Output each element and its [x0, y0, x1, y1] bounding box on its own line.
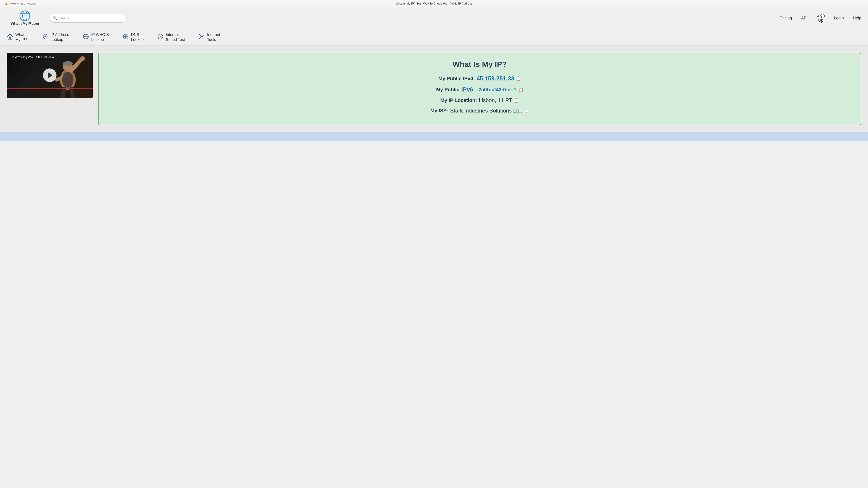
- search-bar: 🔍: [50, 14, 127, 23]
- content-area: Pro Wrestling WWE Star Sid Viciou... Wha…: [0, 46, 868, 132]
- ipv6-value[interactable]: 2a0b:cf43:0:e::1: [478, 87, 517, 93]
- ipv4-label: My Public IPv4:: [438, 76, 475, 82]
- location-pin-icon: [42, 33, 49, 41]
- video-label: Pro Wrestling WWE Star Sid Viciou...: [9, 55, 58, 59]
- ipv4-copy-icon[interactable]: 📋: [516, 76, 521, 81]
- nav-links: Pricing API Sign Up Login Help: [780, 13, 861, 23]
- svg-marker-5: [7, 34, 13, 39]
- ring-rope: [7, 88, 93, 89]
- isp-copy-icon[interactable]: 📋: [524, 108, 529, 113]
- nav-item-what-is-my-ip[interactable]: What IsMy IP?: [7, 32, 29, 42]
- ip-isp-row: My ISP: Stark Industries Solutions Ltd. …: [107, 107, 852, 114]
- play-button[interactable]: [43, 68, 57, 82]
- svg-point-6: [44, 35, 46, 37]
- svg-point-26: [62, 72, 73, 88]
- nav-api[interactable]: API: [801, 16, 808, 21]
- nav-pricing[interactable]: Pricing: [780, 16, 792, 21]
- svg-line-15: [160, 35, 161, 37]
- ip-info-title: What Is My IP?: [107, 60, 852, 69]
- video-thumbnail[interactable]: Pro Wrestling WWE Star Sid Viciou...: [7, 53, 93, 98]
- svg-line-25: [71, 89, 73, 98]
- site-wrapper: WhatIsMyIP.com 🔍 Pricing API Sign Up Log…: [0, 7, 868, 141]
- svg-point-22: [80, 56, 85, 61]
- nav-login[interactable]: Login: [834, 16, 844, 21]
- dns-globe-icon: [123, 33, 129, 41]
- nav-help[interactable]: Help: [853, 16, 861, 21]
- top-nav: WhatIsMyIP.com 🔍 Pricing API Sign Up Log…: [0, 7, 868, 29]
- home-icon: [7, 33, 13, 41]
- ipv4-value[interactable]: 45.159.251.33: [477, 75, 514, 82]
- location-copy-icon[interactable]: 📋: [514, 98, 519, 103]
- page-title: What Is My IP? Best Way To Check Your Pu…: [396, 2, 472, 5]
- speedometer-icon: [157, 33, 163, 41]
- nav-item-internet-speed-test[interactable]: InternetSpeed Test: [157, 32, 185, 42]
- nav-item-what-is-my-ip-label: What IsMy IP?: [16, 32, 29, 42]
- globe-icon: [83, 33, 89, 41]
- ip-info-box: What Is My IP? My Public IPv4: 45.159.25…: [98, 53, 861, 125]
- nav-item-internet-speed-test-label: InternetSpeed Test: [166, 32, 185, 42]
- ip-location-row: My IP Location: Lisbon, 11 PT 📋: [107, 97, 852, 103]
- browser-url: 🔒 www.whatismyip.com: [4, 2, 37, 5]
- isp-value: Stark Industries Solutions Ltd.: [450, 107, 522, 114]
- nav-item-ip-whois-lookup[interactable]: IP WHOISLookup: [83, 32, 109, 42]
- secondary-nav: What IsMy IP? IP AddressLookup IP WHOISL…: [0, 29, 868, 46]
- site-logo-icon: [20, 10, 30, 21]
- nav-item-ip-address-lookup[interactable]: IP AddressLookup: [42, 32, 69, 42]
- ipv6-colon: :: [475, 87, 477, 93]
- svg-line-17: [199, 37, 201, 39]
- svg-point-20: [63, 61, 73, 66]
- nav-item-dns-lookup[interactable]: DNSLookup: [123, 32, 144, 42]
- ipv6-label: My Public: [436, 87, 459, 93]
- search-icon: 🔍: [53, 16, 57, 20]
- ipv6-link-label[interactable]: IPv6: [461, 86, 473, 93]
- nav-item-dns-lookup-label: DNSLookup: [131, 32, 144, 42]
- ip-ipv4-row: My Public IPv4: 45.159.251.33 📋: [107, 75, 852, 82]
- nav-item-tools-label: InternetTools: [207, 32, 220, 42]
- location-value: Lisbon, 11 PT: [479, 97, 512, 103]
- svg-line-24: [62, 89, 64, 98]
- browser-chrome: 🔒 www.whatismyip.com What Is My IP? Best…: [0, 0, 868, 7]
- search-input[interactable]: [50, 14, 127, 23]
- ipv6-copy-icon[interactable]: 📋: [518, 87, 523, 92]
- isp-label: My ISP:: [430, 108, 448, 113]
- nav-item-tools[interactable]: InternetTools: [198, 32, 220, 42]
- nav-item-ip-address-lookup-label: IP AddressLookup: [51, 32, 69, 42]
- lock-icon: 🔒: [4, 2, 8, 5]
- nav-item-ip-whois-lookup-label: IP WHOISLookup: [91, 32, 109, 42]
- tools-icon: [198, 33, 205, 41]
- ip-ipv6-row: My Public IPv6 : 2a0b:cf43:0:e::1 📋: [107, 86, 852, 93]
- logo-text: WhatIsMyIP.com: [11, 22, 39, 26]
- logo-area[interactable]: WhatIsMyIP.com: [7, 10, 43, 26]
- play-triangle-icon: [48, 72, 53, 78]
- bottom-strip: [0, 132, 868, 141]
- svg-line-16: [199, 35, 202, 37]
- nav-signup[interactable]: Sign Up: [817, 13, 825, 23]
- location-label: My IP Location:: [440, 97, 477, 103]
